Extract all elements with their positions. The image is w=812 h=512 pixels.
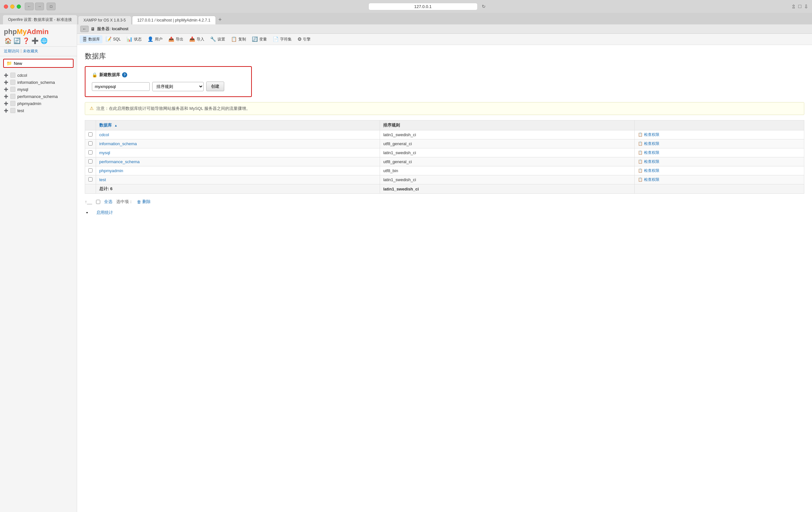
row-db-name: test <box>96 175 380 184</box>
enable-stats-link[interactable]: 启用统计 <box>96 210 113 215</box>
new-window-button[interactable]: □ <box>798 3 802 10</box>
toolbar-databases-button[interactable]: 🗄 数据库 <box>80 35 103 44</box>
row-action: 📋 检查权限 <box>634 148 804 158</box>
select-all-link[interactable]: 全选 <box>104 199 112 205</box>
action-icon: 📋 <box>638 159 643 164</box>
check-privileges-link-1[interactable]: 检查权限 <box>644 141 660 146</box>
action-icon: 📋 <box>638 141 643 146</box>
minimize-window-button[interactable] <box>10 4 14 9</box>
db-name-link-0[interactable]: cdcol <box>99 132 109 137</box>
sidebar-item-mysql[interactable]: ➕ mysql <box>0 86 77 93</box>
toolbar-settings-button[interactable]: 🔧 设置 <box>207 35 228 44</box>
check-privileges-link-2[interactable]: 检查权限 <box>644 150 660 155</box>
sidebar-item-information-schema[interactable]: ➕ information_schema <box>0 79 77 86</box>
favorites-link[interactable]: 未收藏夹 <box>23 49 38 54</box>
browser-tabs: Openfire 设置: 数据库设置 - 标准连接 XAMPP for OS X… <box>0 13 812 24</box>
toolbar-import-button[interactable]: 📥 导入 <box>186 35 207 44</box>
row-collation: latin1_swedish_ci <box>380 175 635 184</box>
toolbar-users-button[interactable]: 👤 用户 <box>145 35 165 44</box>
back-button[interactable]: ← <box>25 3 34 10</box>
tab-phpmyadmin[interactable]: 127.0.0.1 / localhost | phpMyAdmin 4.2.7… <box>132 16 216 24</box>
charset-icon: 📄 <box>273 36 279 42</box>
bottom-actions: ↑__ 全选 选中项： 🗑 删除 <box>85 199 804 205</box>
db-name-link-3[interactable]: performance_schema <box>99 159 140 164</box>
check-privileges-link-3[interactable]: 检查权限 <box>644 159 660 164</box>
sidebar-item-test[interactable]: ➕ test <box>0 107 77 114</box>
reload-button[interactable]: ↻ <box>482 4 486 9</box>
check-privileges-link-0[interactable]: 检查权限 <box>644 132 660 137</box>
tab-openfire[interactable]: Openfire 设置: 数据库设置 - 标准连接 <box>3 15 78 24</box>
databases-icon: 🗄 <box>82 37 87 42</box>
select-all-checkbox[interactable] <box>96 200 100 204</box>
toolbar-copy-button[interactable]: 📋 复制 <box>228 35 249 44</box>
row-checkbox-3[interactable] <box>88 159 92 164</box>
logo-php: php <box>4 28 17 36</box>
new-button-label: New <box>14 61 22 66</box>
toolbar-sql-label: SQL <box>113 37 121 41</box>
row-checkbox-1[interactable] <box>88 141 92 145</box>
row-checkbox-5[interactable] <box>88 177 92 181</box>
tab-xampp[interactable]: XAMPP for OS X 1.8.3-5 <box>78 16 132 24</box>
total-action <box>634 184 804 194</box>
row-db-name: phpmyadmin <box>96 166 380 175</box>
row-checkbox-0[interactable] <box>88 132 92 137</box>
row-checkbox-cell <box>85 158 96 166</box>
create-db-button[interactable]: 创建 <box>206 82 224 91</box>
delete-link[interactable]: 🗑 删除 <box>137 199 151 205</box>
recent-visits-link[interactable]: 近期访问 <box>4 49 19 54</box>
import-icon: 📥 <box>189 36 195 42</box>
row-action: 📋 检查权限 <box>634 139 804 148</box>
row-checkbox-2[interactable] <box>88 150 92 154</box>
db-icon <box>10 94 16 99</box>
row-action: 📋 检查权限 <box>634 175 804 184</box>
sidebar-item-phpmyadmin[interactable]: ➕ phpmyadmin <box>0 100 77 107</box>
sidebar-item-cdcol[interactable]: ➕ cdcol <box>0 72 77 79</box>
sql-icon: 📝 <box>106 36 112 42</box>
app-container: phpMyAdmin 🏠 🔄 ❓ ➕ 🌐 近期访问 | 未收藏夹 📁 New ➕ <box>0 24 812 512</box>
row-checkbox-cell <box>85 166 96 175</box>
action-icon: 📋 <box>638 132 643 137</box>
address-bar[interactable]: 127.0.0.1 <box>369 3 477 10</box>
download-button[interactable]: ⇩ <box>804 3 808 10</box>
toolbar-variables-button[interactable]: 🔄 变量 <box>249 35 269 44</box>
new-tab-button[interactable]: + <box>216 17 224 23</box>
db-name-header[interactable]: 数据库 ▲ <box>96 120 380 131</box>
check-privileges-link-4[interactable]: 检查权限 <box>644 168 660 173</box>
check-privileges-link-5[interactable]: 检查权限 <box>644 177 660 182</box>
db-name-link-2[interactable]: mysql <box>99 150 110 155</box>
toolbar-export-button[interactable]: 📤 导出 <box>166 35 186 44</box>
row-checkbox-4[interactable] <box>88 168 92 172</box>
share-button[interactable]: ⇫ <box>791 3 795 10</box>
sidebar-item-performance-schema[interactable]: ➕ performance_schema <box>0 93 77 100</box>
db-name-input[interactable] <box>92 82 150 91</box>
window-view-button[interactable]: □ <box>47 3 56 10</box>
toolbar-engines-button[interactable]: ⚙ 引擎 <box>295 35 313 44</box>
new-database-box: 🔒 新建数据库 ? 排序规则 创建 <box>85 66 252 97</box>
toolbar-charset-button[interactable]: 📄 字符集 <box>270 35 294 44</box>
maximize-window-button[interactable] <box>17 4 21 9</box>
help-icon[interactable]: ? <box>122 72 127 78</box>
total-row: 总计: 6 latin1_swedish_ci <box>85 184 804 194</box>
db-name-link-1[interactable]: information_schema <box>99 141 137 146</box>
sidebar-db-name: cdcol <box>17 73 27 78</box>
database-table: 数据库 ▲ 排序规则 cdcol latin1_swedish_ci 📋 检查权… <box>85 120 804 194</box>
toolbar-sql-button[interactable]: 📝 SQL <box>103 35 123 44</box>
row-collation: latin1_swedish_ci <box>380 148 635 158</box>
toolbar-status-button[interactable]: 📊 状态 <box>124 35 144 44</box>
row-checkbox-cell <box>85 148 96 158</box>
collation-header: 排序规则 <box>380 120 635 131</box>
new-database-button[interactable]: 📁 New <box>3 59 74 68</box>
server-bar-back-button[interactable]: ← <box>80 26 89 32</box>
new-db-label: 🔒 新建数据库 ? <box>92 72 245 78</box>
close-window-button[interactable] <box>4 4 8 9</box>
collation-select[interactable]: 排序规则 <box>152 82 204 91</box>
forward-button[interactable]: → <box>35 3 44 10</box>
browser-chrome: ← → □ 127.0.0.1 ↻ ⇫ □ ⇩ Openfire 设置: 数据库… <box>0 0 812 24</box>
db-name-link-4[interactable]: phpmyadmin <box>99 168 123 173</box>
new-db-form: 排序规则 创建 <box>92 82 245 91</box>
table-row: performance_schema utf8_general_ci 📋 检查权… <box>85 158 804 166</box>
row-collation: utf8_general_ci <box>380 158 635 166</box>
sidebar-db-name: performance_schema <box>17 94 58 99</box>
stats-section: 启用统计 <box>85 210 804 216</box>
db-name-link-5[interactable]: test <box>99 177 106 182</box>
